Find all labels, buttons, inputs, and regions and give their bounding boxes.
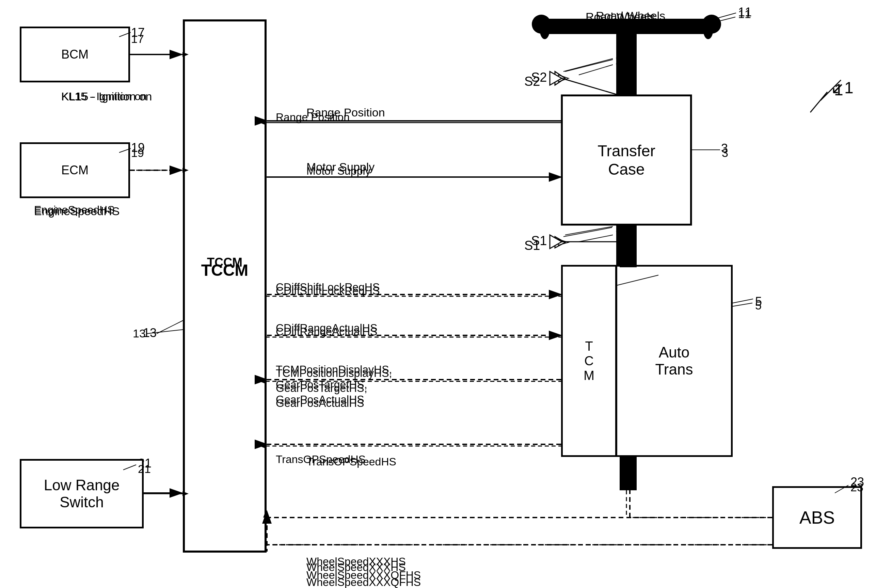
auto-trans-box: AutoTrans bbox=[616, 266, 732, 456]
wheel-speed-2-label: WheelSpeedXXXQFHS bbox=[306, 576, 421, 588]
motor-supply-label: Motor Supply bbox=[306, 165, 371, 177]
cdiff-range-label: CDiffRangeActualHS bbox=[276, 326, 377, 338]
svg-marker-47 bbox=[555, 72, 565, 85]
trans-op-speed-label: TransOPSpeedHS bbox=[306, 456, 396, 468]
road-wheels-label: Road Wheels bbox=[586, 10, 655, 24]
cdiff-shift-label: CDiffShiftLockReqHS bbox=[276, 285, 380, 297]
svg-marker-54 bbox=[558, 239, 568, 245]
low-range-switch-box: Low RangeSwitch bbox=[20, 460, 143, 528]
svg-line-44 bbox=[715, 17, 735, 22]
transfer-case-box: TransferCase bbox=[562, 95, 691, 225]
tcm-box: TCM bbox=[562, 266, 616, 456]
ecm-number: 19 bbox=[131, 146, 144, 160]
svg-line-33 bbox=[732, 303, 752, 306]
svg-marker-48 bbox=[558, 75, 568, 82]
tcm-label: TCM bbox=[584, 339, 594, 383]
range-position-label: Range Position bbox=[276, 111, 350, 124]
s1-number: 7 bbox=[615, 228, 622, 242]
svg-line-17 bbox=[157, 320, 184, 334]
svg-line-58 bbox=[810, 92, 827, 112]
main-diagram-number: 1 bbox=[844, 78, 854, 97]
svg-point-42 bbox=[703, 19, 713, 39]
svg-rect-15 bbox=[184, 20, 266, 552]
svg-rect-94 bbox=[623, 456, 637, 483]
bcm-label: BCM bbox=[61, 47, 88, 62]
abs-box: ABS bbox=[773, 487, 861, 548]
ecm-label: ECM bbox=[61, 163, 88, 177]
auto-trans-label: AutoTrans bbox=[656, 344, 693, 378]
svg-point-41 bbox=[540, 19, 550, 39]
svg-text:↙: ↙ bbox=[831, 79, 844, 97]
auto-trans-number: 5 bbox=[755, 299, 762, 312]
low-range-switch-number: 21 bbox=[138, 462, 151, 476]
engine-speed-label: EngineSpeedHS bbox=[34, 204, 115, 216]
ecm-box: ECM bbox=[20, 143, 129, 198]
svg-line-49 bbox=[579, 65, 613, 75]
s2-number: 9 bbox=[615, 58, 622, 72]
road-wheels-number: 11 bbox=[738, 8, 751, 21]
transfer-case-number: 3 bbox=[722, 146, 728, 160]
svg-line-55 bbox=[579, 235, 613, 242]
s1-label: S1 bbox=[524, 238, 540, 253]
gear-pos-actual-label: GearPosActualHS bbox=[276, 397, 364, 410]
bcm-number: 17 bbox=[131, 32, 144, 46]
gear-pos-target-label: GearPosTargetHS, bbox=[276, 382, 368, 394]
svg-marker-53 bbox=[555, 237, 565, 248]
low-range-switch-label: Low RangeSwitch bbox=[44, 477, 120, 511]
tccm-label: TCCM bbox=[196, 255, 254, 270]
wheel-speed-1-label: WheelSpeedXXXHS bbox=[306, 561, 406, 574]
abs-label: ABS bbox=[800, 507, 835, 528]
abs-number: 23 bbox=[850, 481, 863, 494]
transfer-case-label: TransferCase bbox=[597, 142, 656, 178]
s2-label: S2 bbox=[524, 74, 540, 89]
kl15-label: KL15 - Ignition on bbox=[61, 90, 147, 103]
tccm-number: 13 bbox=[133, 327, 146, 340]
tcm-position-label: TCMPositionDisplayHS, bbox=[276, 367, 392, 380]
svg-rect-40 bbox=[545, 24, 708, 34]
bcm-box: BCM bbox=[20, 27, 129, 82]
